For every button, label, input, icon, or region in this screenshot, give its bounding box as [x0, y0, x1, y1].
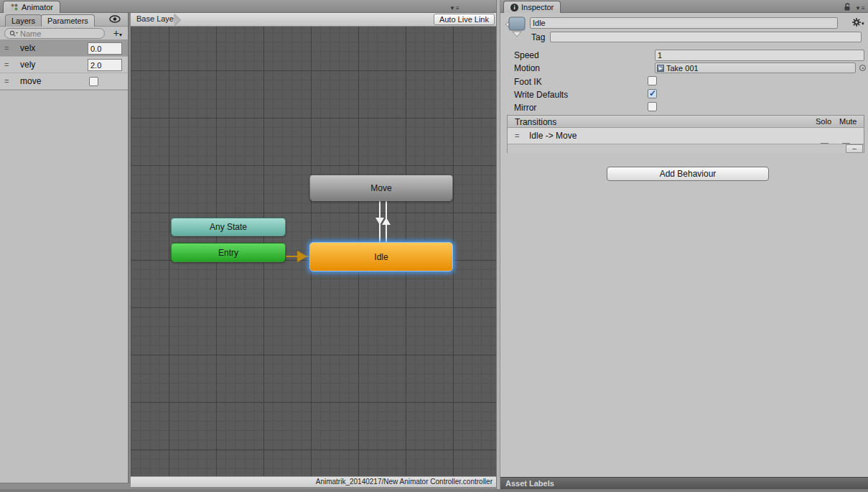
state-node-entry[interactable]: Entry [171, 243, 286, 262]
speed-label: Speed [514, 50, 539, 60]
motion-label: Motion [514, 63, 540, 73]
tag-label: Tag [531, 32, 545, 42]
asset-labels-bar[interactable]: Asset Labels [500, 477, 868, 489]
add-behaviour-button[interactable]: Add Behaviour [607, 167, 769, 181]
animator-tabstrip [0, 0, 496, 13]
state-label: Move [370, 183, 391, 193]
animation-clip-icon: ▶ [657, 65, 664, 72]
animator-state-icon[interactable] [503, 14, 529, 42]
controller-path-bar: Animatrik_20140217/New Animator Controll… [131, 476, 496, 487]
mute-header: Mute [839, 117, 857, 126]
motion-value: Take 001 [666, 64, 699, 73]
parameter-row-velx[interactable]: = velx [0, 40, 128, 57]
parameters-tab-label: Parameters [47, 17, 88, 25]
state-node-any-state[interactable]: Any State [171, 218, 286, 236]
add-parameter-button[interactable]: +▾ [113, 27, 122, 39]
tab-parameters[interactable]: Parameters [41, 14, 95, 27]
drag-handle-icon[interactable]: = [4, 60, 14, 69]
inspector-tab-label: Inspector [521, 3, 554, 11]
add-parameter-label: + [113, 27, 119, 39]
state-machine-canvas[interactable]: Move Any State Entry Idle [131, 27, 496, 476]
lock-icon[interactable] [843, 3, 851, 11]
gear-icon[interactable]: ▾ [851, 17, 864, 29]
animator-tab-label: Animator [22, 3, 53, 11]
state-label: Any State [210, 222, 247, 232]
solo-header: Solo [816, 117, 831, 126]
drag-handle-icon[interactable]: = [515, 131, 525, 140]
arrowhead-right-icon [297, 251, 307, 262]
parameter-value-vely[interactable] [88, 59, 122, 71]
state-label: Idle [374, 252, 388, 262]
search-input[interactable] [20, 29, 92, 38]
foot-ik-label: Foot IK [514, 77, 542, 87]
remove-transition-button[interactable]: – [846, 144, 863, 153]
speed-field[interactable] [655, 50, 864, 61]
tab-layers[interactable]: Layers [5, 14, 42, 27]
mirror-checkbox[interactable] [648, 102, 657, 111]
object-picker-icon[interactable] [859, 65, 866, 71]
inspector-panel: ▾ Tag Speed Motion ▶ Take 001 Foot IK Wr… [500, 13, 868, 477]
parameter-row-vely[interactable]: = vely [0, 57, 128, 73]
transition-label: Idle -> Move [529, 131, 577, 141]
parameter-row-move[interactable]: = move [0, 73, 128, 90]
drag-handle-icon[interactable]: = [4, 44, 14, 52]
controller-path: Animatrik_20140217/New Animator Controll… [316, 478, 493, 486]
parameters-panel: Layers Parameters +▾ = velx = vely [0, 13, 129, 483]
graph-toolbar: Base Layer Auto Live Link [131, 13, 496, 27]
asset-labels-title: Asset Labels [505, 479, 554, 488]
layers-tab-label: Layers [11, 17, 35, 25]
motion-object-field[interactable]: ▶ Take 001 [655, 62, 856, 73]
auto-live-link-label: Auto Live Link [439, 15, 489, 24]
auto-live-link-button[interactable]: Auto Live Link [434, 14, 495, 25]
animator-icon [10, 3, 19, 11]
search-field[interactable] [4, 28, 105, 39]
search-row: +▾ [0, 27, 128, 40]
foot-ik-checkbox[interactable] [648, 76, 657, 85]
layers-parameters-bar: Layers Parameters [0, 13, 128, 27]
state-name-field[interactable] [530, 17, 838, 29]
write-defaults-checkbox[interactable] [648, 89, 657, 98]
tag-field[interactable] [550, 32, 862, 42]
write-defaults-label: Write Defaults [514, 90, 568, 100]
state-label: Entry [218, 248, 238, 258]
state-node-idle-selected[interactable]: Idle [309, 242, 453, 271]
arrowhead-up-icon [382, 218, 391, 225]
transitions-footer: – [508, 144, 864, 153]
breadcrumb[interactable]: Base Layer [136, 14, 177, 23]
drag-handle-icon[interactable]: = [4, 77, 14, 85]
parameter-value-velx[interactable] [88, 42, 122, 55]
parameter-checkbox-move[interactable] [89, 77, 98, 86]
state-node-move[interactable]: Move [309, 175, 453, 201]
add-behaviour-label: Add Behaviour [660, 169, 717, 179]
eye-icon[interactable] [109, 15, 121, 23]
search-icon [9, 30, 18, 37]
parameter-list: = velx = vely = move [0, 40, 128, 90]
transitions-section: Transitions Solo Mute = Idle -> Move – [507, 115, 864, 153]
tab-inspector[interactable]: i Inspector [503, 1, 561, 13]
window-bottom-edge [0, 489, 868, 492]
info-icon: i [510, 4, 518, 11]
tab-animator[interactable]: Animator [3, 1, 60, 13]
breadcrumb-chevron-icon [174, 14, 180, 27]
inspector-pane-menu-icon[interactable]: ▼≡ [855, 5, 866, 11]
parameter-name: move [20, 76, 128, 86]
transitions-title: Transitions [515, 117, 556, 127]
transitions-header: Transitions Solo Mute [508, 116, 864, 128]
animator-pane-menu-icon[interactable]: ▼≡ [449, 5, 460, 11]
transition-row[interactable]: = Idle -> Move [508, 128, 864, 144]
mirror-label: Mirror [514, 103, 536, 113]
